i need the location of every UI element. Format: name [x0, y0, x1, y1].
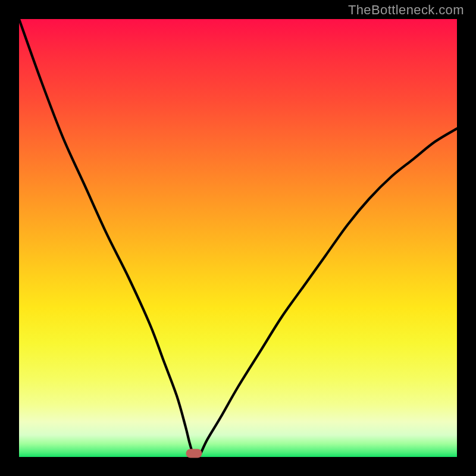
bottleneck-marker [186, 449, 202, 458]
chart-frame: TheBottleneck.com [0, 0, 476, 476]
watermark-text: TheBottleneck.com [348, 2, 464, 18]
bottleneck-curve [19, 19, 457, 457]
curve-path [19, 19, 457, 457]
plot-area [19, 19, 457, 457]
